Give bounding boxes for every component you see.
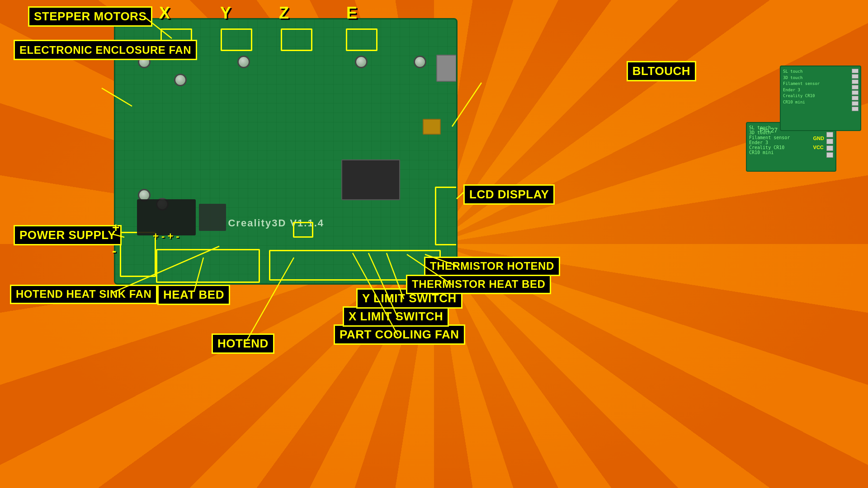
stepper-motor-y-label: Y	[220, 4, 231, 23]
part-cooling-fan-label: PART COOLING FAN	[334, 324, 465, 345]
thermistor-heat-bed-label: THERMISTOR HEAT BED	[406, 275, 551, 294]
electronic-enclosure-fan-label: ELECTRONIC ENCLOSURE FAN	[14, 40, 197, 60]
fan-connector-highlight	[293, 222, 313, 238]
power-supply-label: POWER SUPPLY	[14, 225, 122, 245]
power-supply-highlight	[120, 232, 156, 277]
stepper-motor-e-label: E	[346, 4, 357, 23]
power-supply-polarity-neg: -	[112, 244, 116, 258]
svg-line-3	[457, 192, 463, 199]
hotend-heat-sink-fan-label: HOTEND HEAT SINK FAN	[10, 285, 157, 304]
lcd-display-label: LCD DISPLAY	[463, 184, 555, 205]
heat-bed-label: HEAT BED	[157, 285, 230, 305]
thermistor-hotend-label: THERMISTOR HOTEND	[424, 257, 560, 276]
lcd-connector-highlight	[435, 187, 458, 245]
stepper-motors-label: STEPPER MOTORS	[28, 6, 152, 27]
heat-bed-highlight	[156, 249, 260, 283]
connector-z-highlight	[281, 28, 312, 51]
heat-bed-polarity: + - + -	[153, 230, 179, 242]
power-supply-polarity: +	[112, 221, 119, 235]
x-limit-switch-label: X LIMIT SWITCH	[343, 306, 449, 327]
hotend-label: HOTEND	[212, 333, 274, 354]
connector-y-highlight	[221, 28, 252, 51]
bltouch-label: BLTOUCH	[627, 61, 696, 81]
pin-27-label: Pin 27	[760, 127, 778, 134]
connector-e-highlight	[346, 28, 377, 51]
stepper-motor-x-label: X	[159, 4, 170, 23]
bltouch-right-pcb: SL touch3D touchFilament sensorEnder 3Cr…	[780, 66, 861, 131]
stepper-motor-z-label: Z	[279, 4, 289, 23]
